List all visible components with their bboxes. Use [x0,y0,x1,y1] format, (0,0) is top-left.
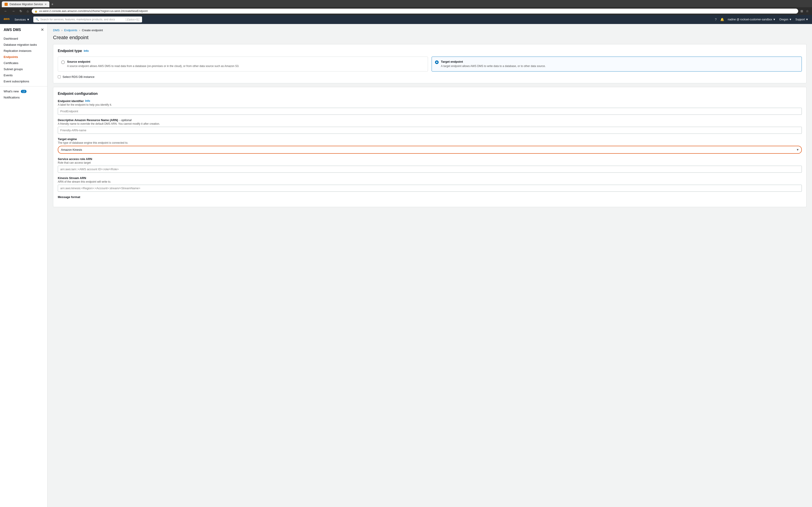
svg-text:aws: aws [4,17,10,20]
global-search[interactable]: 🔍 Search for services, features, marketp… [33,16,142,22]
sidebar-title: AWS DMS ✕ [0,27,47,36]
active-tab[interactable]: Database Migration Service ✕ [2,1,49,7]
target-engine-field: Target engine The type of database engin… [58,137,802,154]
services-arrow-icon: ▼ [27,18,30,21]
sidebar-item-whats-new[interactable]: What's new 13 [0,88,47,94]
region-menu[interactable]: Oregon ▼ [779,18,792,21]
whats-new-badge: 13 [21,90,26,93]
service-arn-input[interactable] [58,166,802,173]
endpoint-type-row: Source endpoint A source endpoint allows… [58,57,802,71]
target-engine-sublabel: The type of database engine this endpoin… [58,141,802,145]
address-bar: ← → ↻ ⌂ 🔒 us-west-2.console.aws.amazon.c… [0,7,812,15]
user-label: nadine @ rockset-customer-sandbox [728,18,772,21]
region-arrow-icon: ▼ [789,18,792,21]
new-tab-button[interactable]: + [49,1,55,7]
region-label: Oregon [779,18,788,21]
target-card-content: Target endpoint A target endpoint allows… [441,60,546,68]
message-format-label: Message format [58,195,802,199]
sidebar-item-event-subscriptions[interactable]: Event subscriptions [0,78,47,84]
bell-icon[interactable]: 🔔 [720,18,724,21]
support-menu[interactable]: Support ▼ [796,18,808,21]
app-layout: AWS DMS ✕ Dashboard Database migration t… [0,24,812,507]
kinesis-arn-input[interactable] [58,185,802,192]
endpoint-type-section: Endpoint type Info Source endpoint A sou… [53,44,807,83]
search-icon: 🔍 [36,18,39,21]
target-engine-select[interactable]: Amazon Kinesis Amazon Redshift Amazon S3… [58,146,802,154]
endpoint-identifier-sublabel: A label for the endpoint to help you ide… [58,103,802,106]
breadcrumb-current: Create endpoint [82,29,103,32]
kinesis-arn-field: Kinesis Stream ARN ARN of the stream thi… [58,176,802,192]
endpoint-config-section: Endpoint configuration Endpoint identifi… [53,87,807,207]
browser-actions: ⊞ ☆ [800,9,809,13]
endpoint-type-header: Endpoint type Info [58,49,802,53]
browser-chrome: Database Migration Service ✕ + ← → ↻ ⌂ 🔒… [0,0,812,15]
sidebar-divider [0,86,47,87]
search-shortcut: [Option+S] [125,18,140,21]
extensions-button[interactable]: ⊞ [800,9,804,13]
search-placeholder: Search for services, features, marketpla… [40,18,124,21]
arn-sublabel: A friendly name to override the default … [58,122,802,125]
source-card-content: Source endpoint A source endpoint allows… [67,60,239,68]
breadcrumb-sep-1: › [61,29,62,32]
source-endpoint-title: Source endpoint [67,60,239,63]
sidebar-item-subnet-groups[interactable]: Subnet groups [0,66,47,72]
refresh-button[interactable]: ↻ [18,9,23,13]
tab-title: Database Migration Service [9,3,43,6]
breadcrumb-endpoints[interactable]: Endpoints [64,29,77,32]
endpoint-type-info-link[interactable]: Info [84,49,89,53]
sidebar-item-events[interactable]: Events [0,72,47,78]
breadcrumb-dms[interactable]: DMS [53,29,60,32]
aws-logo: aws [4,17,11,22]
tab-close-button[interactable]: ✕ [45,3,47,6]
user-menu[interactable]: nadine @ rockset-customer-sandbox ▼ [728,18,776,21]
source-endpoint-desc: A source endpoint allows AWS DMS to read… [67,64,239,68]
back-button[interactable]: ← [3,9,9,13]
support-label: Support [796,18,805,21]
kinesis-arn-sublabel: ARN of the stream this endpoint will wri… [58,180,802,183]
rds-checkbox-row: Select RDS DB instance [58,75,802,78]
endpoint-type-title: Endpoint type [58,49,82,53]
user-arrow-icon: ▼ [773,18,776,21]
service-arn-label: Service access role ARN [58,157,802,161]
source-endpoint-card[interactable]: Source endpoint A source endpoint allows… [58,57,428,71]
url-bar[interactable]: 🔒 us-west-2.console.aws.amazon.com/dms/v… [32,9,798,13]
service-arn-sublabel: Role that can access target [58,161,802,164]
services-menu[interactable]: Services ▼ [14,18,30,21]
identifier-info-link[interactable]: Info [85,99,90,103]
endpoint-identifier-field: Endpoint identifier Info A label for the… [58,99,802,115]
sidebar-item-notifications[interactable]: Notifications [0,94,47,101]
endpoint-identifier-input[interactable] [58,108,802,115]
target-radio-button[interactable] [435,60,439,64]
arn-optional: - optional [119,118,132,122]
forward-button[interactable]: → [10,9,16,13]
support-arrow-icon: ▼ [806,18,808,21]
sidebar-item-endpoints[interactable]: Endpoints [0,54,47,60]
breadcrumb: DMS › Endpoints › Create endpoint [53,29,807,32]
target-endpoint-desc: A target endpoint allows AWS DMS to writ… [441,64,546,68]
endpoint-config-header: Endpoint configuration [58,92,802,96]
tab-favicon [5,3,8,6]
target-endpoint-card[interactable]: Target endpoint A target endpoint allows… [432,57,802,71]
rds-checkbox-label[interactable]: Select RDS DB instance [62,75,95,78]
tab-bar: Database Migration Service ✕ + [0,0,812,7]
sidebar-item-migration-tasks[interactable]: Database migration tasks [0,42,47,48]
breadcrumb-sep-2: › [79,29,80,32]
message-format-field: Message format [58,195,802,199]
url-lock-icon: 🔒 [35,10,38,13]
arn-input[interactable] [58,127,802,134]
source-radio-button[interactable] [61,60,65,64]
target-engine-select-wrapper: Amazon Kinesis Amazon Redshift Amazon S3… [58,146,802,154]
services-label: Services [14,18,26,21]
home-button[interactable]: ⌂ [26,9,30,13]
sidebar-item-dashboard[interactable]: Dashboard [0,36,47,42]
sidebar-close-button[interactable]: ✕ [41,27,44,32]
nav-right-group: ? 🔔 nadine @ rockset-customer-sandbox ▼ … [715,18,808,21]
kinesis-arn-label: Kinesis Stream ARN [58,176,802,180]
aws-nav: aws Services ▼ 🔍 Search for services, fe… [0,15,812,24]
rds-checkbox[interactable] [58,75,61,78]
help-icon[interactable]: ? [715,18,717,21]
bookmark-button[interactable]: ☆ [805,9,809,13]
sidebar-item-replication-instances[interactable]: Replication instances [0,48,47,54]
sidebar-item-certificates[interactable]: Certificates [0,60,47,66]
endpoint-identifier-label: Endpoint identifier Info [58,99,802,103]
